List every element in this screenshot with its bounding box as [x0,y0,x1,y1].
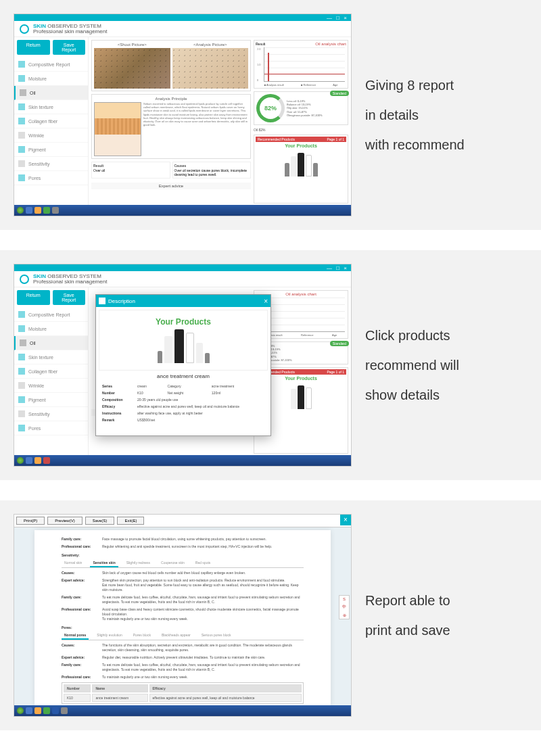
grid-icon [18,354,25,360]
nav-pores[interactable]: Pores [14,421,88,435]
nav-oil[interactable]: Oil [14,336,88,350]
nav-texture[interactable]: Skin texture [14,350,88,364]
chart-result-label: Result [256,42,265,46]
taskbar-app-icon[interactable] [52,707,59,714]
grid-icon [18,103,25,110]
save-report-button[interactable]: Save Report [53,40,86,55]
wave-icon [18,132,25,139]
tab-spots[interactable]: Red spots [193,559,214,567]
window-titlebar: — □ × [14,14,351,21]
save-button[interactable]: Save(S) [85,517,115,525]
tab-redness[interactable]: Slightly redness [124,559,153,567]
nav-moisture[interactable]: Moisture [14,72,88,86]
taskbar-app-icon[interactable] [26,457,32,464]
screenshot-3: × Print(P) Preview(V) Save(S) Exit(E) Fa… [14,514,352,717]
taskbar-app-icon[interactable] [43,207,50,214]
shoot-label: <Shoot Picture> [94,43,170,47]
product-name: ance treatment cream [99,373,268,379]
picture-card: <Shoot Picture> <Analysis Picture> [91,40,251,91]
tab-pores-block[interactable]: Pores block [131,632,154,640]
nav-pigment[interactable]: Pigment [14,143,88,157]
report-document: Family care:Face massage to promote faci… [34,530,331,706]
tab-blackheads[interactable]: Blackheads appear [159,632,193,640]
taskbar[interactable] [14,205,351,216]
taskbar-app-icon[interactable] [61,707,68,714]
exit-button[interactable]: Exit(E) [117,517,144,525]
chart-title: Oil analysis chart [315,42,346,46]
tab-sensitive-skin[interactable]: Sensitive skin [90,559,118,567]
nav-wrinkle[interactable]: Wrinkle [14,379,88,393]
droplet-icon [18,325,25,332]
toolbar-icon[interactable]: ⊕ [339,611,349,619]
nav-sensitivity[interactable]: Sensitivity [14,407,88,421]
causes-box: CausesOver oil secretion cause pores blo… [172,162,252,179]
products-card[interactable]: Recommended ProductsPage 1 of 1 Your Pro… [254,135,348,204]
tab-normal-skin[interactable]: Normal skin [62,559,85,567]
toolbar-icon[interactable]: S [339,596,349,603]
expert-advice-bar: Expert advice [91,183,251,189]
nav-moisture[interactable]: Moisture [14,322,88,336]
nav-wrinkle[interactable]: Wrinkle [14,128,88,143]
toolbar-icon[interactable]: 中 [339,603,349,611]
taskbar-app-icon[interactable] [34,707,41,714]
window-controls[interactable]: — □ × [327,15,348,21]
product-bottles-icon [256,149,346,176]
taskbar-app-icon[interactable] [34,457,41,464]
nav-pigment[interactable]: Pigment [14,393,88,407]
save-report-button[interactable]: Save Report [53,290,86,305]
app-title: SKIN OBSERVED SYSTEMProfessional skin ma… [33,24,107,34]
chart-reference-line [264,74,345,74]
modal-header: Description × [96,295,270,307]
recommended-header: Recommended ProductsPage 1 of 1 [256,137,346,142]
tab-normal-pores[interactable]: Normal pores [62,632,89,640]
standard-badge: Standard [330,91,349,96]
product-detail-table: SeriescreamCategoryacne treatment Number… [99,382,268,424]
nav-sensitivity[interactable]: Sensitivity [14,157,88,171]
taskbar[interactable] [14,455,351,466]
window-controls[interactable]: — □ × [327,265,348,271]
taskbar-app-icon[interactable] [52,207,59,214]
tab-couperose[interactable]: Couperose skin [158,559,187,567]
dots-icon [18,396,25,403]
nav-collagen[interactable]: Collagen fiber [14,364,88,379]
taskbar-app-icon[interactable] [34,207,41,214]
nav-texture[interactable]: Skin texture [14,100,88,114]
start-button-icon[interactable] [17,207,24,214]
taskbar-app-icon[interactable] [43,707,50,714]
nav-compositive[interactable]: Compositive Report [14,308,88,322]
circles-icon [18,425,25,431]
side-toolbar[interactable]: S 中 ⊕ [339,595,350,619]
cube-icon [99,298,105,304]
preview-button[interactable]: Preview(V) [47,517,82,525]
chart-area [264,47,345,82]
oil-icon [20,89,26,96]
nav-oil[interactable]: Oil [14,86,88,100]
tab-serious-block[interactable]: Serious pores block [199,632,234,640]
start-button-icon[interactable] [17,457,24,464]
modal-close-button[interactable]: × [264,298,268,305]
shoot-picture [94,48,170,89]
taskbar-app-icon[interactable] [26,207,32,214]
tab-slight-evolution[interactable]: Slightly evolution [94,632,125,640]
return-button[interactable]: Return [17,40,50,55]
principle-title: Analysis Principle [94,97,248,101]
sidebar: Return Save Report Compositive Report Mo… [14,287,89,456]
return-button[interactable]: Return [17,290,50,305]
droplet-icon [18,75,25,82]
logo-icon [20,275,29,284]
taskbar-app-icon[interactable] [43,457,50,464]
nav-collagen[interactable]: Collagen fiber [14,114,88,128]
print-button[interactable]: Print(P) [16,517,45,525]
taskbar-app-icon[interactable] [26,707,32,714]
caption-2: Click products recommend will show detai… [365,321,527,410]
screenshot-2: — □ × SKIN OBSERVED SYSTEMProfessional s… [14,264,352,467]
result-box: ResultOver oil [91,162,170,179]
nav-pores[interactable]: Pores [14,171,88,185]
nav-compositive[interactable]: Compositive Report [14,57,88,72]
taskbar[interactable] [14,705,351,716]
gauge-card: Standard 82% Less oil: 0-13%Balance oil:… [254,91,348,125]
start-button-icon[interactable] [17,707,24,714]
caption-3: Report able to print and save [365,586,527,645]
pores-tabs: Normal pores Slightly evolution Pores bl… [62,632,304,640]
report-close-button[interactable]: × [340,515,351,525]
